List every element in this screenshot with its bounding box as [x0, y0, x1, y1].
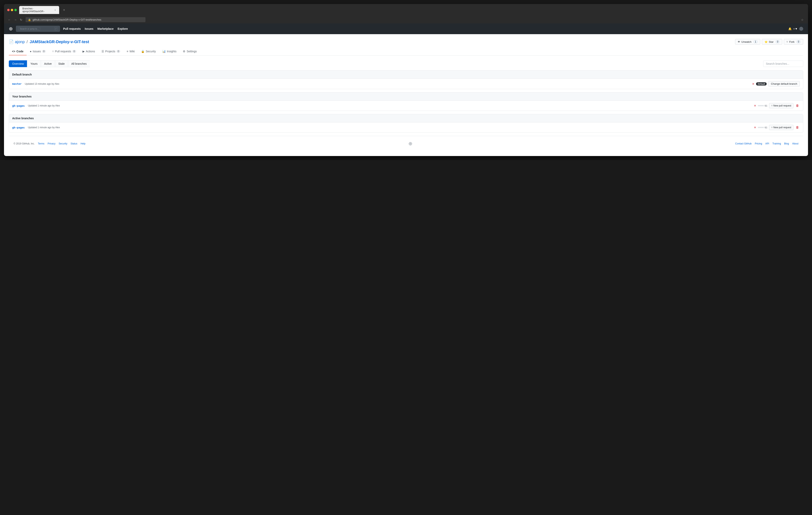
branch-filter: Overview Yours Active Stale All branches — [9, 60, 803, 67]
your-branch-status-icon-0: ✕ — [754, 104, 756, 107]
unwatch-button[interactable]: 👁 Unwatch 1 — [735, 39, 760, 44]
tab-pull-requests[interactable]: ⑂ Pull requests 0 — [49, 48, 79, 55]
footer-right-links: Contact GitHub Pricing API Training Blog… — [735, 142, 799, 145]
active-delete-branch-button-0[interactable]: 🗑 — [795, 125, 800, 130]
issues-count: 0 — [42, 50, 46, 53]
default-branch-actions: ✕ Default Change default branch — [752, 81, 800, 87]
filter-yours[interactable]: Yours — [27, 60, 40, 67]
tab-close-icon[interactable]: ✕ — [54, 9, 56, 11]
repo-name-link[interactable]: JAMStackGR-Deploy-v-GIT-test — [30, 39, 89, 44]
bar-divider-0: 6|1 — [765, 105, 767, 107]
filter-all[interactable]: All branches — [68, 60, 90, 67]
footer-blog-link[interactable]: Blog — [784, 142, 789, 145]
your-branches-header: Your branches — [9, 92, 803, 101]
browser-nav: ← → ↻ — [7, 18, 23, 22]
active-branches-section: Active branches gh-pages Updated 1 minut… — [9, 114, 803, 133]
reload-button[interactable]: ↻ — [19, 18, 23, 22]
search-bar[interactable]: Search or jump to... / — [16, 26, 60, 32]
your-branches-section: Your branches gh-pages Updated 1 minute … — [9, 92, 803, 111]
master-branch-link[interactable]: master — [12, 82, 22, 85]
your-branch-meta-0: Updated 1 minute ago by Alex — [28, 104, 60, 107]
default-branch-header: Default branch — [9, 70, 803, 79]
star-button[interactable]: ⭐ Star 0 — [762, 39, 782, 44]
code-icon: <> — [12, 50, 15, 53]
new-pr-button-0[interactable]: ⑂ New pull request — [769, 103, 793, 108]
eye-icon: 👁 — [738, 40, 740, 43]
browser-tab[interactable]: Branches · ajonp/JAMStackGR-· ✕ — [19, 6, 59, 14]
close-dot[interactable] — [7, 9, 9, 11]
bar-behind-0 — [758, 105, 764, 106]
tab-security[interactable]: 🔒 Security — [138, 48, 159, 55]
browser-addressbar: ← → ↻ 🔒 github.com/ajonp/JAMStackGR-Depl… — [4, 16, 808, 23]
default-branch-row: master Updated 13 minutes ago by Alex ✕ … — [9, 79, 803, 89]
back-button[interactable]: ← — [7, 18, 11, 22]
pr-icon: ⑂ — [52, 50, 54, 53]
footer-security-link[interactable]: Security — [59, 142, 67, 145]
browser-window: Branches · ajonp/JAMStackGR-· ✕ + ← → ↻ … — [4, 4, 808, 156]
active-branch-actions-0: ✕ 6|1 ⑂ New pull request 🗑 — [754, 125, 800, 130]
your-branch-name-0[interactable]: gh-pages — [12, 104, 25, 107]
footer-contact-link[interactable]: Contact GitHub — [735, 142, 752, 145]
footer-api-link[interactable]: API — [765, 142, 769, 145]
github-logo[interactable]: ⊕ — [9, 26, 13, 32]
security-icon: 🔒 — [141, 50, 144, 53]
branch-search — [763, 61, 803, 67]
maximize-dot[interactable] — [14, 9, 17, 11]
search-shortcut-badge: / — [54, 27, 57, 31]
footer-copyright: © 2019 GitHub, Inc. — [13, 142, 35, 145]
default-branch-info: master Updated 13 minutes ago by Alex — [12, 82, 750, 85]
tab-projects[interactable]: ☰ Projects 0 — [98, 48, 123, 55]
nav-explore[interactable]: Explore — [117, 27, 128, 30]
active-new-pr-button-0[interactable]: ⑂ New pull request — [769, 125, 793, 130]
filter-active[interactable]: Active — [41, 60, 55, 67]
footer-about-link[interactable]: About — [792, 142, 799, 145]
footer-pricing-link[interactable]: Pricing — [755, 142, 762, 145]
tab-title: Branches · ajonp/JAMStackGR-· — [22, 7, 53, 13]
bookmark-button[interactable]: ☆ — [800, 18, 805, 22]
active-branch-status-icon-0: ✕ — [754, 126, 756, 129]
repo-actions: 👁 Unwatch 1 ⭐ Star 0 ⑂ Fork 0 — [735, 39, 803, 44]
page-footer: © 2019 GitHub, Inc. Terms Privacy Securi… — [9, 136, 803, 151]
notifications-icon[interactable]: 🔔 — [788, 27, 792, 30]
tab-insights[interactable]: 📊 Insights — [159, 48, 180, 55]
repo-owner-link[interactable]: ajonp — [15, 39, 25, 44]
footer-status-link[interactable]: Status — [70, 142, 77, 145]
branch-search-input[interactable] — [763, 61, 803, 67]
fork-button[interactable]: ⑂ Fork 0 — [784, 39, 803, 44]
active-bar-behind-0 — [758, 127, 764, 128]
footer-privacy-link[interactable]: Privacy — [48, 142, 55, 145]
repo-icon: 📄 — [9, 39, 15, 44]
insights-icon: 📊 — [162, 50, 166, 53]
plus-icon[interactable]: +▼ — [793, 27, 798, 30]
filter-overview[interactable]: Overview — [9, 60, 27, 67]
nav-pull-requests[interactable]: Pull requests — [63, 27, 81, 30]
tab-settings[interactable]: ⚙ Settings — [180, 48, 200, 55]
tab-wiki[interactable]: ≡ Wiki — [123, 48, 138, 55]
browser-titlebar: Branches · ajonp/JAMStackGR-· ✕ + — [4, 4, 808, 16]
status-fail-icon: ✕ — [752, 82, 754, 86]
filter-stale[interactable]: Stale — [55, 60, 68, 67]
nav-marketplace[interactable]: Marketplace — [97, 27, 114, 30]
delete-branch-button-0[interactable]: 🗑 — [795, 103, 800, 108]
tab-code[interactable]: <> Code — [9, 48, 27, 55]
tab-actions[interactable]: ▶ Actions — [79, 48, 98, 55]
repo-header: 📄 ajonp / JAMStackGR-Deploy-v-GIT-test 👁… — [9, 39, 803, 44]
pr-icon-small: ⑂ — [771, 104, 773, 107]
projects-count: 0 — [116, 50, 120, 53]
address-bar[interactable]: 🔒 github.com/ajonp/JAMStackGR-Deploy-v-G… — [26, 17, 145, 22]
minimize-dot[interactable] — [11, 9, 13, 11]
change-default-button[interactable]: Change default branch — [768, 81, 800, 87]
default-branch-section: Default branch master Updated 13 minutes… — [9, 70, 803, 89]
footer-help-link[interactable]: Help — [81, 142, 86, 145]
active-bar-divider-0: 6|1 — [765, 126, 767, 129]
lock-icon: 🔒 — [28, 19, 31, 21]
footer-training-link[interactable]: Training — [773, 142, 781, 145]
forward-button[interactable]: → — [13, 18, 18, 22]
nav-issues[interactable]: Issues — [85, 27, 93, 30]
tab-issues[interactable]: ● Issues 0 — [27, 48, 49, 55]
active-branch-name-0[interactable]: gh-pages — [12, 126, 25, 129]
repo-tabs: <> Code ● Issues 0 ⑂ Pull requests 0 ▶ A… — [9, 48, 803, 56]
footer-terms-link[interactable]: Terms — [38, 142, 45, 145]
avatar[interactable] — [799, 27, 803, 31]
new-tab-button[interactable]: + — [61, 7, 66, 12]
